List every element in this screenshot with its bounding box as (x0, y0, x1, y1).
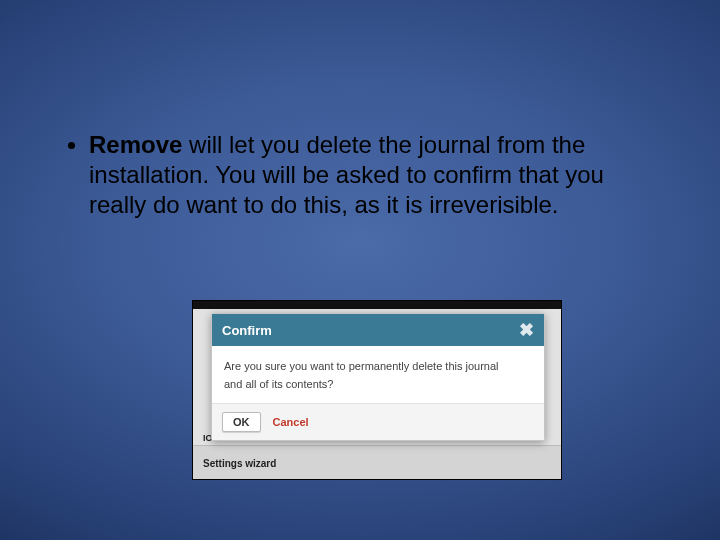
dialog-header: Confirm ✖ (212, 314, 544, 346)
dialog-body: Are you sure you want to permanently del… (212, 346, 544, 404)
close-icon[interactable]: ✖ (519, 321, 534, 339)
embedded-screenshot: IOW Settings wizard Confirm ✖ Are you su… (192, 300, 562, 480)
bullet-dot-icon (68, 142, 75, 149)
settings-wizard-label: Settings wizard (203, 458, 276, 469)
bullet-text: Remove will let you delete the journal f… (89, 130, 649, 220)
bullet-item: Remove will let you delete the journal f… (68, 130, 660, 220)
cancel-button[interactable]: Cancel (273, 416, 309, 428)
ok-button[interactable]: OK (222, 412, 261, 432)
bullet-bold: Remove (89, 131, 182, 158)
dialog-body-line2: and all of its contents? (224, 376, 532, 394)
screenshot-top-bar (193, 301, 561, 309)
dialog-body-line1: Are you sure you want to permanently del… (224, 358, 532, 376)
slide: Remove will let you delete the journal f… (0, 0, 720, 540)
dialog-title: Confirm (222, 323, 272, 338)
dialog-actions: OK Cancel (212, 404, 544, 440)
confirm-dialog: Confirm ✖ Are you sure you want to perma… (211, 313, 545, 441)
